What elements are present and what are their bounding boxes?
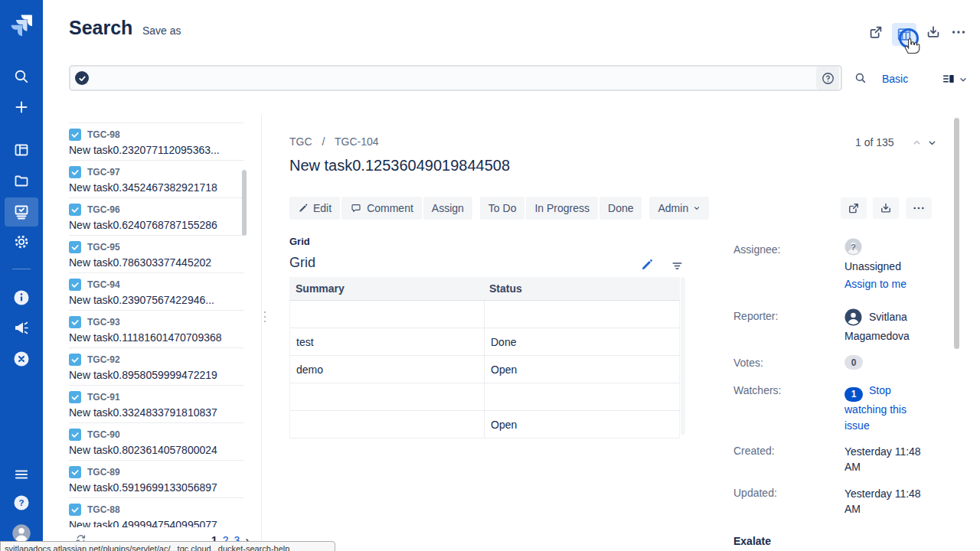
detail-view-icon[interactable] <box>941 71 956 86</box>
list-item[interactable]: TGC-90New task0.8023614057800024 <box>69 423 243 461</box>
list-item[interactable]: TGC-96New task0.6240768787155286 <box>69 198 243 236</box>
task-type-icon <box>69 391 81 403</box>
done-button[interactable]: Done <box>599 197 642 220</box>
sidebar-divider <box>12 269 31 269</box>
issue-key: TGC-89 <box>87 467 120 478</box>
status-cell[interactable]: Open <box>484 356 679 383</box>
list-item[interactable]: TGC-97New task0.3452467382921718 <box>69 161 243 198</box>
jira-logo[interactable] <box>10 13 33 36</box>
issue-summary: New task0.3452467382921718 <box>69 181 243 194</box>
table-row: demoOpen <box>289 356 680 383</box>
issue-share-button[interactable] <box>841 197 867 219</box>
issue-toolbar: Edit Comment Assign To Do In Progress Do… <box>289 197 710 220</box>
comment-icon <box>350 202 362 214</box>
inprogress-label: In Progress <box>534 202 590 214</box>
issue-key: TGC-88 <box>87 504 120 515</box>
next-issue-chevron-icon[interactable] <box>927 138 937 148</box>
more-icon[interactable] <box>950 24 967 41</box>
issue-key: TGC-97 <box>87 167 120 178</box>
votes-label: Votes: <box>733 357 763 369</box>
issue-list: TGC-98New task0.232077112095363... TGC-9… <box>69 122 243 527</box>
grid-filter-icon[interactable] <box>671 259 684 272</box>
status-cell[interactable]: Open <box>484 411 679 438</box>
help-icon[interactable]: ? <box>12 494 31 512</box>
create-icon[interactable] <box>12 98 31 116</box>
basic-mode-toggle[interactable]: Basic <box>882 73 908 85</box>
list-item[interactable]: TGC-95New task0.786303377445202 <box>69 236 243 273</box>
grid-scrollbar[interactable] <box>681 277 685 435</box>
search-input[interactable] <box>69 65 842 91</box>
projects-icon[interactable] <box>12 171 31 190</box>
comment-button[interactable]: Comment <box>341 197 422 220</box>
task-type-icon <box>69 354 81 366</box>
assign-to-me-link[interactable]: Assign to me <box>844 278 906 290</box>
table-row: Open <box>289 411 680 439</box>
info-icon[interactable] <box>12 289 31 307</box>
list-item[interactable]: TGC-91New task0.3324833791810837 <box>69 386 243 423</box>
edit-button[interactable]: Edit <box>289 197 340 220</box>
grid-edit-pencil-icon[interactable] <box>640 258 654 272</box>
issue-key: TGC-98 <box>87 129 120 140</box>
share-icon[interactable] <box>867 24 884 41</box>
chevron-down-icon <box>693 204 701 212</box>
column-header: Summary <box>289 282 483 295</box>
svg-text:?: ? <box>851 243 856 252</box>
watchers-label: Watchers: <box>733 384 782 396</box>
issue-key: TGC-90 <box>87 429 120 440</box>
issue-summary: New task0.5919699133056897 <box>69 481 243 494</box>
settings-icon[interactable] <box>12 233 31 251</box>
status-cell[interactable]: Done <box>484 328 679 355</box>
issue-summary: New task0.8023614057800024 <box>69 444 243 456</box>
menu-icon[interactable] <box>12 465 31 484</box>
list-item[interactable]: TGC-92New task0.8958059999472219 <box>69 348 243 386</box>
issue-export-button[interactable] <box>873 197 899 219</box>
summary-cell[interactable]: test <box>290 336 484 348</box>
task-type-icon <box>69 316 81 328</box>
watchers-count-badge[interactable]: 1 <box>844 387 863 402</box>
todo-button[interactable]: To Do <box>480 197 525 220</box>
list-item[interactable]: TGC-88New task0.4999947540995077 <box>69 498 243 527</box>
issue-more-button[interactable] <box>906 197 932 219</box>
help-circle-icon[interactable] <box>816 67 839 90</box>
page-scrollbar[interactable] <box>954 118 959 349</box>
admin-dropdown[interactable]: Admin <box>649 197 709 220</box>
assignee-value: Unassigned <box>844 260 901 272</box>
previous-issue-chevron-icon[interactable] <box>912 138 922 148</box>
list-item[interactable]: TGC-89New task0.5919699133056897 <box>69 461 243 498</box>
breadcrumb-project[interactable]: TGC <box>289 135 312 148</box>
inprogress-button[interactable]: In Progress <box>526 197 598 220</box>
feedback-icon[interactable] <box>12 319 31 337</box>
sidebar: ? <box>0 0 43 551</box>
list-item[interactable]: TGC-94New task0.23907567422946... <box>69 273 243 311</box>
task-type-icon <box>69 429 81 441</box>
chevron-down-icon[interactable] <box>959 75 968 84</box>
assign-button[interactable]: Assign <box>423 197 472 220</box>
todo-label: To Do <box>488 202 517 214</box>
breadcrumb-issue-key[interactable]: TGC-104 <box>335 135 379 148</box>
save-as-button[interactable]: Save as <box>142 24 181 37</box>
search-submit-icon[interactable] <box>854 71 867 85</box>
issue-key: TGC-96 <box>87 204 120 215</box>
board-icon[interactable] <box>12 141 31 159</box>
download-icon[interactable] <box>925 24 942 41</box>
updated-label: Updated: <box>733 487 777 499</box>
summary-cell[interactable]: demo <box>290 364 484 376</box>
grid-table-header: Summary Status <box>289 277 680 301</box>
column-header: Status <box>483 277 680 300</box>
queues-icon[interactable] <box>12 203 31 221</box>
list-scrollbar[interactable] <box>242 170 247 236</box>
status-cell[interactable] <box>484 383 679 410</box>
search-icon[interactable] <box>12 67 31 86</box>
grid-field-label: Grid <box>289 236 310 247</box>
panel-drag-handle[interactable] <box>263 311 266 325</box>
grid-table: Summary Status testDone demoOpen Open <box>289 277 680 439</box>
comment-label: Comment <box>367 202 413 214</box>
reporter-value-block: Svitlana Magamedova <box>844 308 938 346</box>
list-item[interactable]: TGC-93New task0.11181601470709368 <box>69 311 243 348</box>
status-cell[interactable] <box>484 301 679 328</box>
list-item[interactable]: TGC-98New task0.232077112095363... <box>69 123 243 161</box>
issue-summary: New task0.232077112095363... <box>69 144 243 156</box>
watchers-block: 1Stop watching this issue <box>844 383 923 434</box>
dismiss-icon[interactable] <box>12 350 31 368</box>
check-circle-icon <box>75 71 89 85</box>
